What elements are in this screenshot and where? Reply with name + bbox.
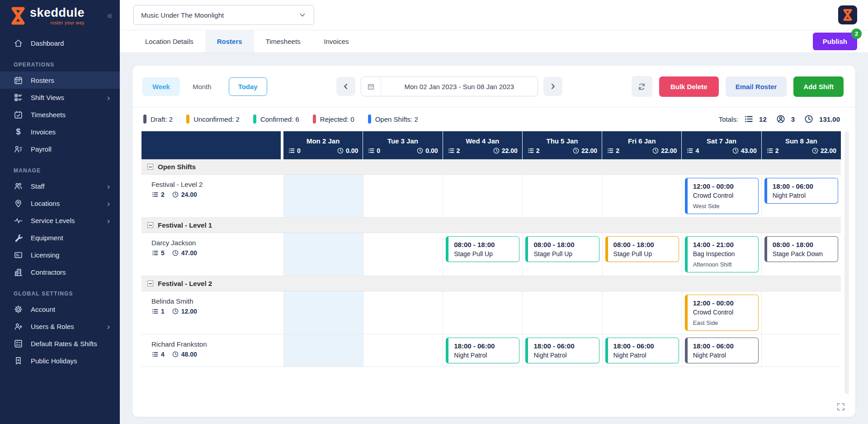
day-cell[interactable]: 08:00 - 18:00Stage Pull Up [522,233,602,276]
day-cell[interactable]: 12:00 - 00:00Crowd ControlEast Side [682,291,761,334]
bulk-delete-button[interactable]: Bulk Delete [659,76,719,97]
day-cell[interactable] [761,291,841,334]
day-cell[interactable] [283,334,363,367]
list-icon [151,249,159,257]
day-cell[interactable]: 08:00 - 18:00Stage Pack Down [761,233,841,276]
day-cell[interactable] [363,175,443,217]
sidebar-item-licensing[interactable]: Licensing [0,246,120,263]
day-cell[interactable] [761,334,841,367]
sidebar-item-locations[interactable]: Locations› [0,195,120,212]
day-cell[interactable] [602,291,682,334]
fullscreen-icon[interactable] [836,402,845,411]
sidebar-item-contractors[interactable]: Contractors [0,263,120,281]
sidebar-collapse-icon[interactable]: « [107,10,112,22]
email-roster-button[interactable]: Email Roster [726,76,787,97]
shift-card-confirmed[interactable]: 18:00 - 06:00Night Patrol [605,338,679,363]
day-cell[interactable]: 08:00 - 18:00Stage Pull Up [443,233,522,276]
shift-card-unconfirmed[interactable]: 12:00 - 00:00Crowd ControlEast Side [685,295,759,331]
next-week-button[interactable] [543,77,562,96]
shift-card-draft[interactable]: 08:00 - 18:00Stage Pack Down [764,236,838,262]
sidebar-item-label: Default Rates & Shifts [31,340,97,348]
day-cell[interactable] [363,233,443,276]
day-cell[interactable] [283,233,363,276]
shift-card-open[interactable]: 18:00 - 06:00Night Patrol [764,178,838,204]
sidebar-item-users-roles[interactable]: Users & Roles› [0,318,120,335]
day-cell[interactable]: 18:00 - 06:00Night Patrol [602,334,682,367]
brand-name: skeddule [30,7,85,19]
date-range-input[interactable]: Mon 02 Jan 2023 - Sun 08 Jan 2023 [361,76,538,96]
shift-card-confirmed[interactable]: 18:00 - 06:00Night Patrol [446,338,519,363]
building-icon [14,267,23,277]
day-cell[interactable]: 12:00 - 00:00Crowd ControlWest Side [682,175,761,217]
publish-button[interactable]: Publish [813,33,857,50]
publish-badge: 2 [851,29,862,39]
skeddule-logo-icon [11,6,25,25]
day-cell[interactable]: 18:00 - 06:00Night Patrol [443,334,522,367]
day-cell[interactable] [522,175,602,217]
tab-timesheets[interactable]: Timesheets [254,30,312,52]
tab-location-details[interactable]: Location Details [133,30,205,52]
sidebar-item-staff[interactable]: Staff› [0,177,120,195]
shift-card-draft[interactable]: 18:00 - 06:00Night Patrol [685,338,759,363]
shift-card-confirmed[interactable]: 14:00 - 21:00Bag InspectionAfternoon Shi… [685,236,759,272]
legend-count: 0 [350,115,354,123]
sidebar-item-invoices[interactable]: $Invoices [0,123,120,140]
shift-views-icon [14,93,23,102]
roster-card: Week Month Today Mon 02 Jan 2023 - Sun 0… [132,66,855,417]
day-cell[interactable] [283,291,363,334]
shift-card-confirmed[interactable]: 08:00 - 18:00Stage Pull Up [525,236,599,262]
month-button[interactable]: Month [184,77,221,96]
day-cell[interactable] [443,175,522,217]
day-cell[interactable]: 18:00 - 06:00Night Patrol [682,334,761,367]
sidebar-item-payroll[interactable]: Payroll [0,140,120,157]
legend-label: Draft: [151,115,167,123]
prev-week-button[interactable] [336,77,355,96]
sidebar-item-rosters[interactable]: Rosters [0,71,120,89]
location-selector[interactable]: Music Under The Moonlight [133,5,314,25]
day-cell[interactable] [522,291,602,334]
today-button[interactable]: Today [229,77,267,96]
day-cell[interactable] [443,291,522,334]
shift-role: Stage Pull Up [613,250,674,257]
sidebar-item-default-rates-shifts[interactable]: Default Rates & Shifts [0,335,120,352]
collapse-group-icon[interactable] [147,222,153,228]
add-shift-button[interactable]: Add Shift [793,76,844,97]
day-shift-count: 0 [377,147,380,154]
sidebar-item-account[interactable]: Account [0,300,120,318]
shift-card-open[interactable]: 12:00 - 00:00Crowd ControlWest Side [685,178,759,214]
sidebar-item-shift-views[interactable]: Shift Views› [0,89,120,106]
clock-icon [572,147,580,154]
day-cell[interactable] [602,175,682,217]
day-cell[interactable] [283,175,363,217]
tab-rosters[interactable]: Rosters [205,30,254,52]
tabs-bar: Location DetailsRostersTimesheetsInvoice… [120,30,868,53]
app-logo-badge[interactable] [838,5,857,24]
day-cell[interactable]: 18:00 - 06:00Night Patrol [761,175,841,217]
sidebar-item-dashboard[interactable]: Dashboard [0,34,120,52]
shift-card-confirmed[interactable]: 08:00 - 18:00Stage Pull Up [446,236,519,262]
refresh-button[interactable] [632,76,652,97]
day-cell[interactable]: 18:00 - 06:00Night Patrol [522,334,602,367]
day-cell[interactable] [363,334,443,367]
legend-color-bar [368,114,371,124]
scrollbar-track[interactable] [844,131,849,394]
day-cell[interactable]: 08:00 - 18:00Stage Pull Up [602,233,682,276]
collapse-group-icon[interactable] [147,281,153,286]
totals-shifts: 12 [759,115,767,123]
day-cell[interactable]: 14:00 - 21:00Bag InspectionAfternoon Shi… [682,233,761,276]
shift-time: 18:00 - 06:00 [613,342,674,350]
sidebar-item-equipment[interactable]: Equipment [0,229,120,246]
collapse-group-icon[interactable] [147,164,153,170]
week-button[interactable]: Week [142,77,180,96]
shift-time: 08:00 - 18:00 [773,241,833,248]
shift-card-unconfirmed[interactable]: 08:00 - 18:00Stage Pull Up [605,236,679,262]
shift-role: Night Patrol [533,352,594,359]
day-name: Sat 7 Jan [686,137,756,145]
day-cell[interactable] [363,291,443,334]
sidebar-item-timesheets[interactable]: Timesheets [0,106,120,123]
sidebar-item-service-levels[interactable]: Service Levels› [0,212,120,229]
sidebar-item-public-holidays[interactable]: Public Holidays [0,352,120,369]
shift-card-confirmed[interactable]: 18:00 - 06:00Night Patrol [525,338,599,363]
tab-invoices[interactable]: Invoices [312,30,361,52]
shift-role: Night Patrol [454,352,514,359]
